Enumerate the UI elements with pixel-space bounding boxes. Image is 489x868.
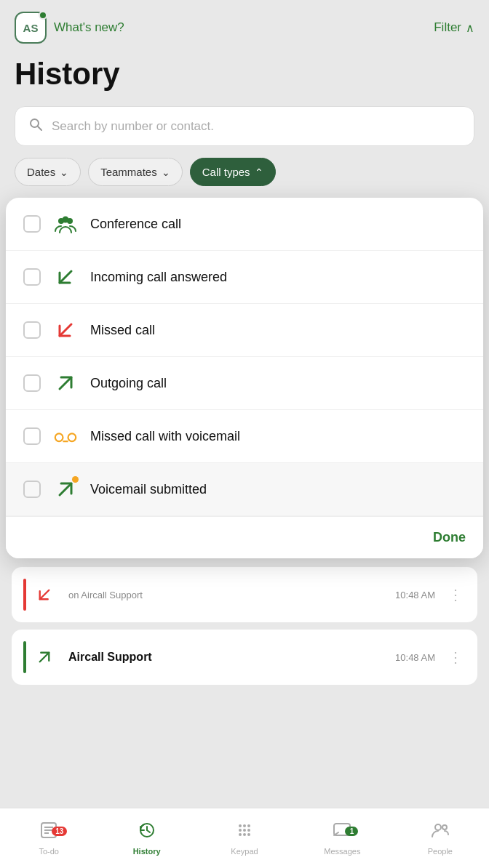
teammates-filter-button[interactable]: Teammates bbox=[88, 158, 183, 186]
nav-item-people[interactable]: People bbox=[391, 808, 489, 868]
call-type-outgoing[interactable]: Outgoing call bbox=[6, 357, 483, 410]
history-label: History bbox=[133, 847, 161, 856]
header: AS What's new? Filter ∧ bbox=[0, 0, 489, 44]
call-type-conference[interactable]: Conference call bbox=[6, 198, 483, 251]
keypad-icon bbox=[235, 821, 254, 844]
svg-point-21 bbox=[247, 824, 250, 827]
people-icon bbox=[431, 821, 450, 844]
nav-item-todo[interactable]: 13 To-do bbox=[0, 808, 98, 868]
call-types-dropdown: Conference call Incoming call answered M… bbox=[6, 198, 483, 558]
missed-checkbox[interactable] bbox=[23, 321, 41, 339]
logo-area: AS What's new? bbox=[15, 12, 124, 44]
search-icon bbox=[28, 117, 43, 135]
conference-icon bbox=[54, 212, 77, 236]
svg-point-9 bbox=[68, 433, 76, 441]
voicemail-dot-indicator bbox=[72, 476, 79, 483]
missed-icon bbox=[54, 318, 77, 342]
incoming-answered-icon bbox=[54, 265, 77, 289]
conference-label: Conference call bbox=[90, 217, 181, 232]
chevron-up-icon: ∧ bbox=[466, 21, 474, 35]
svg-line-5 bbox=[60, 271, 71, 283]
svg-point-20 bbox=[243, 824, 246, 827]
svg-point-26 bbox=[243, 833, 246, 836]
call-name: Aircall Support bbox=[68, 651, 385, 664]
svg-point-25 bbox=[239, 833, 242, 836]
incoming-answered-checkbox[interactable] bbox=[23, 268, 41, 286]
svg-line-6 bbox=[60, 324, 71, 336]
call-type-missed-voicemail[interactable]: Missed call with voicemail bbox=[6, 410, 483, 463]
filter-button[interactable]: Filter ∧ bbox=[434, 20, 474, 35]
svg-point-19 bbox=[239, 824, 242, 827]
call-list-item[interactable]: on Aircall Support 10:48 AM ⋮ bbox=[12, 567, 477, 622]
history-icon bbox=[138, 821, 156, 844]
missed-label: Missed call bbox=[90, 323, 155, 338]
call-sub: on Aircall Support bbox=[68, 590, 385, 600]
search-container: Search by number or contact. bbox=[0, 106, 489, 158]
outgoing-icon bbox=[54, 371, 77, 395]
svg-point-4 bbox=[63, 217, 69, 223]
nav-item-history[interactable]: History bbox=[98, 808, 195, 868]
people-label: People bbox=[428, 847, 453, 856]
svg-point-24 bbox=[247, 829, 250, 832]
missed-voicemail-icon bbox=[54, 425, 77, 448]
svg-point-30 bbox=[442, 825, 447, 829]
todo-label: To-do bbox=[39, 847, 59, 856]
voicemail-submitted-icon bbox=[54, 478, 77, 501]
svg-point-27 bbox=[247, 833, 250, 836]
svg-line-13 bbox=[40, 653, 49, 662]
search-bar[interactable]: Search by number or contact. bbox=[15, 106, 474, 146]
svg-line-12 bbox=[40, 590, 49, 600]
svg-line-7 bbox=[60, 377, 71, 389]
missed-call-bar bbox=[23, 579, 26, 611]
call-more-icon[interactable]: ⋮ bbox=[445, 646, 466, 669]
avatar[interactable]: AS bbox=[15, 12, 47, 44]
done-row: Done bbox=[6, 516, 483, 558]
messages-label: Messages bbox=[324, 847, 360, 856]
conference-checkbox[interactable] bbox=[23, 215, 41, 233]
call-list-item[interactable]: Aircall Support 10:48 AM ⋮ bbox=[12, 630, 477, 685]
keypad-label: Keypad bbox=[231, 847, 258, 856]
outgoing-checkbox[interactable] bbox=[23, 374, 41, 392]
page-title: History bbox=[0, 49, 489, 106]
todo-badge: 13 bbox=[52, 827, 67, 836]
svg-point-8 bbox=[55, 433, 63, 441]
call-info: on Aircall Support bbox=[68, 590, 385, 600]
nav-item-messages[interactable]: 1 Messages bbox=[293, 808, 391, 868]
nav-item-keypad[interactable]: Keypad bbox=[196, 808, 293, 868]
call-types-chevron-icon bbox=[255, 166, 263, 178]
incoming-answered-label: Incoming call answered bbox=[90, 270, 227, 285]
call-time: 10:48 AM bbox=[395, 652, 435, 663]
call-types-filter-button[interactable]: Call types bbox=[190, 158, 276, 186]
svg-line-1 bbox=[38, 126, 41, 130]
missed-voicemail-checkbox[interactable] bbox=[23, 427, 41, 445]
missed-voicemail-label: Missed call with voicemail bbox=[90, 429, 240, 444]
voicemail-submitted-label: Voicemail submitted bbox=[90, 482, 207, 497]
svg-point-29 bbox=[435, 824, 441, 830]
done-button[interactable]: Done bbox=[433, 530, 466, 545]
call-type-incoming-answered[interactable]: Incoming call answered bbox=[6, 251, 483, 304]
whats-new-link[interactable]: What's new? bbox=[54, 20, 124, 35]
messages-badge: 1 bbox=[345, 827, 358, 836]
svg-point-23 bbox=[243, 829, 246, 832]
call-type-missed[interactable]: Missed call bbox=[6, 304, 483, 357]
teammates-chevron-icon bbox=[162, 166, 170, 178]
filter-row: Dates Teammates Call types bbox=[0, 158, 489, 198]
dates-chevron-icon bbox=[60, 166, 68, 178]
call-more-icon[interactable]: ⋮ bbox=[445, 583, 466, 606]
outgoing-call-bar bbox=[23, 641, 26, 673]
voicemail-submitted-checkbox[interactable] bbox=[23, 481, 41, 498]
call-type-voicemail-submitted[interactable]: Voicemail submitted bbox=[6, 463, 483, 516]
search-placeholder: Search by number or contact. bbox=[52, 119, 214, 134]
call-list: on Aircall Support 10:48 AM ⋮ Aircall Su… bbox=[0, 567, 489, 685]
svg-line-11 bbox=[60, 483, 71, 495]
missed-arrow-icon bbox=[36, 587, 52, 603]
avatar-status-dot bbox=[39, 11, 47, 20]
call-time: 10:48 AM bbox=[395, 590, 435, 600]
call-info: Aircall Support bbox=[68, 651, 385, 664]
bottom-nav: 13 To-do History bbox=[0, 808, 489, 868]
outgoing-label: Outgoing call bbox=[90, 376, 167, 391]
dates-filter-button[interactable]: Dates bbox=[15, 158, 81, 186]
outgoing-arrow-icon bbox=[36, 649, 52, 665]
top-bar: AS What's new? Filter ∧ bbox=[15, 12, 474, 44]
svg-point-22 bbox=[239, 829, 242, 832]
